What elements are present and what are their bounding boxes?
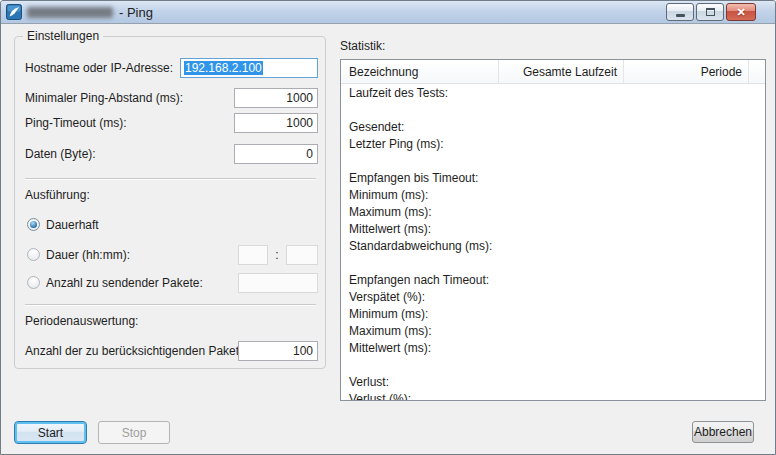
- settings-legend: Einstellungen: [23, 29, 103, 43]
- window-title-suffix: - Ping: [119, 5, 153, 20]
- table-row[interactable]: Maximum (ms):: [341, 322, 765, 339]
- maximize-icon: [706, 8, 715, 16]
- table-row[interactable]: Verlust (%):: [341, 390, 765, 401]
- column-header-bezeichnung[interactable]: Bezeichnung: [341, 60, 499, 83]
- table-cell: Minimum (ms):: [341, 307, 499, 321]
- table-row[interactable]: Minimum (ms):: [341, 305, 765, 322]
- table-row[interactable]: Verspätet (%):: [341, 288, 765, 305]
- column-header-periode[interactable]: Periode: [624, 60, 749, 83]
- table-row[interactable]: Letzter Ping (ms):: [341, 135, 765, 152]
- close-icon: ✕: [736, 7, 745, 18]
- window-title: - Ping: [27, 5, 153, 20]
- table-row[interactable]: Empfangen bis Timeout:: [341, 169, 765, 186]
- min-interval-label: Minimaler Ping-Abstand (ms):: [25, 91, 183, 106]
- start-button[interactable]: Start: [14, 421, 87, 444]
- duration-hours-input[interactable]: [238, 245, 268, 265]
- redacted-app-name: [27, 7, 113, 18]
- hostname-label: Hostname oder IP-Adresse:: [25, 61, 173, 76]
- table-row[interactable]: Standardabweichung (ms):: [341, 237, 765, 254]
- duration-minutes-input[interactable]: [286, 245, 318, 265]
- table-cell: Maximum (ms):: [341, 205, 499, 219]
- window-controls: ✕: [666, 3, 756, 21]
- radio-dauerhaft-label: Dauerhaft: [46, 218, 99, 232]
- table-row[interactable]: Mittelwert (ms):: [341, 220, 765, 237]
- separator: [25, 178, 316, 180]
- column-header-gesamte-laufzeit[interactable]: Gesamte Laufzeit: [499, 60, 624, 83]
- statistics-table-header: Bezeichnung Gesamte Laufzeit Periode: [341, 60, 765, 84]
- statistics-table[interactable]: Bezeichnung Gesamte Laufzeit Periode Lau…: [340, 59, 766, 401]
- stats-table-body: Laufzeit des Tests:Gesendet:Letzter Ping…: [341, 84, 765, 401]
- title-bar[interactable]: - Ping ✕: [1, 1, 775, 24]
- table-row[interactable]: Maximum (ms):: [341, 203, 765, 220]
- ping-window: - Ping ✕ Einstellungen Hostname oder IP-…: [0, 0, 776, 455]
- hostname-input[interactable]: 192.168.2.100: [180, 58, 318, 78]
- table-cell: Empfangen nach Timeout:: [341, 273, 499, 287]
- close-button[interactable]: ✕: [726, 3, 756, 21]
- radio-button-icon: [27, 276, 40, 289]
- table-row[interactable]: [341, 152, 765, 169]
- table-row[interactable]: [341, 254, 765, 271]
- table-cell: Gesendet:: [341, 120, 499, 134]
- table-cell: Maximum (ms):: [341, 324, 499, 338]
- app-icon: [6, 4, 22, 20]
- table-cell: Minimum (ms):: [341, 188, 499, 202]
- radio-button-icon: [27, 218, 40, 231]
- radio-anzahl-pakete-label: Anzahl zu sendender Pakete:: [46, 276, 203, 290]
- table-row[interactable]: Laufzeit des Tests:: [341, 84, 765, 101]
- table-row[interactable]: [341, 356, 765, 373]
- column-header-filler: [749, 60, 765, 83]
- table-row[interactable]: [341, 101, 765, 118]
- radio-anzahl-pakete[interactable]: Anzahl zu sendender Pakete:: [27, 275, 203, 290]
- table-cell: Mittelwert (ms):: [341, 341, 499, 355]
- data-bytes-label: Daten (Byte):: [25, 147, 96, 162]
- hostname-value: 192.168.2.100: [184, 61, 263, 75]
- execution-label: Ausführung:: [25, 188, 90, 203]
- stop-button[interactable]: Stop: [98, 421, 170, 444]
- table-row[interactable]: Verlust:: [341, 373, 765, 390]
- table-cell: Standardabweichung (ms):: [341, 239, 499, 253]
- table-cell: Verlust:: [341, 375, 499, 389]
- minimize-button[interactable]: [666, 3, 694, 21]
- table-cell: Letzter Ping (ms):: [341, 137, 499, 151]
- time-separator: :: [270, 248, 284, 263]
- table-cell: Laufzeit des Tests:: [341, 86, 499, 100]
- separator: [25, 304, 316, 306]
- table-cell: Empfangen bis Timeout:: [341, 171, 499, 185]
- packet-count-input[interactable]: [238, 273, 318, 293]
- maximize-button[interactable]: [696, 3, 724, 21]
- period-evaluation-label: Periodenauswertung:: [25, 314, 138, 329]
- data-bytes-input[interactable]: [234, 144, 318, 164]
- timeout-label: Ping-Timeout (ms):: [25, 116, 127, 131]
- period-count-input[interactable]: [238, 341, 318, 361]
- radio-dauer-label: Dauer (hh:mm):: [46, 248, 130, 262]
- minimize-icon: [676, 14, 685, 17]
- table-row[interactable]: Mittelwert (ms):: [341, 339, 765, 356]
- table-cell: Verlust (%):: [341, 392, 499, 402]
- radio-dauerhaft[interactable]: Dauerhaft: [27, 217, 99, 232]
- radio-button-icon: [27, 248, 40, 261]
- table-cell: Mittelwert (ms):: [341, 222, 499, 236]
- table-row[interactable]: Gesendet:: [341, 118, 765, 135]
- statistics-label: Statistik:: [340, 39, 385, 54]
- radio-dauer[interactable]: Dauer (hh:mm):: [27, 247, 130, 262]
- table-row[interactable]: Minimum (ms):: [341, 186, 765, 203]
- min-interval-input[interactable]: [234, 88, 318, 108]
- table-row[interactable]: Empfangen nach Timeout:: [341, 271, 765, 288]
- timeout-input[interactable]: [234, 113, 318, 133]
- table-cell: Verspätet (%):: [341, 290, 499, 304]
- cancel-button[interactable]: Abbrechen: [692, 421, 754, 443]
- period-count-label: Anzahl der zu berücksichtigenden Pakete:: [25, 344, 249, 359]
